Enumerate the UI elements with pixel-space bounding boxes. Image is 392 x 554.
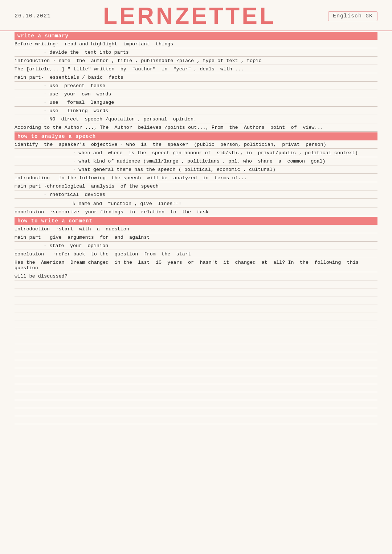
line-24: main part give arguments for and against <box>15 233 377 242</box>
section-header-0: write a summary <box>15 32 377 40</box>
line-text-5: main part· essentials / basic facts <box>15 75 123 80</box>
line-21: conclusion ·summarize your findings in r… <box>15 208 377 216</box>
line-15: · what kind of audience (small/large , p… <box>15 157 377 165</box>
line-text-15: · what kind of audience (small/large , p… <box>73 159 326 164</box>
empty-line-11 <box>15 368 377 376</box>
line-4: The [article,...] " title" written by "a… <box>15 65 377 73</box>
line-text-13: identify the speaker's objective · who i… <box>15 142 326 147</box>
line-text-20: ↳ name and function , give lines!!! <box>73 200 181 206</box>
line-28: will be discussed? <box>15 272 377 280</box>
line-text-28: will be discussed? <box>15 274 68 279</box>
line-text-9: · use linking words <box>44 108 108 114</box>
line-text-17: introduction In the following the speech… <box>15 175 247 181</box>
line-27: Has the American Dream changed in the la… <box>15 258 377 272</box>
line-8: · use formal language <box>15 98 377 107</box>
line-1: Before writing· read and highlight impor… <box>15 40 377 48</box>
line-11: According to the Author ..., The Author … <box>15 123 377 132</box>
date: 26.10.2021 <box>15 13 51 19</box>
line-text-16: · what general theme has the speech ( po… <box>73 167 275 172</box>
empty-line-7 <box>15 336 377 344</box>
line-text-27: Has the American Dream changed in the la… <box>15 260 377 271</box>
line-text-8: · use formal language <box>44 100 114 105</box>
line-18: main part ·chronological analysis of the… <box>15 182 377 190</box>
empty-line-2 <box>15 296 377 304</box>
line-text-24: main part give arguments for and against <box>15 235 150 240</box>
line-26: conclusion ·refer back to the question f… <box>15 250 377 258</box>
line-9: · use linking words <box>15 107 377 115</box>
line-text-3: introduction · name the author , title ,… <box>15 58 262 63</box>
empty-line-9 <box>15 352 377 360</box>
empty-line-13 <box>15 384 377 392</box>
line-text-10: · NO direct speech /quotation , personal… <box>44 116 196 122</box>
line-16: · what general theme has the speech ( po… <box>15 165 377 174</box>
empty-line-0 <box>15 280 377 288</box>
line-14: · when and where is the speech (in honou… <box>15 149 377 157</box>
title: LERNZETTEL <box>103 3 276 29</box>
line-text-14: · when and where is the speech (in honou… <box>73 150 358 156</box>
line-text-2: · devide the text into parts <box>44 50 129 55</box>
line-text-1: Before writing· read and highlight impor… <box>15 41 173 47</box>
line-5: main part· essentials / basic facts <box>15 73 377 82</box>
empty-line-8 <box>15 344 377 352</box>
line-17: introduction In the following the speech… <box>15 174 377 182</box>
line-text-23: introduction ·start with a question <box>15 226 129 232</box>
empty-line-17 <box>15 416 377 424</box>
line-6: · use present tense <box>15 82 377 90</box>
line-13: identify the speaker's objective · who i… <box>15 140 377 149</box>
line-text-25: · state your opinion <box>44 243 108 249</box>
line-7: · use your own words <box>15 90 377 98</box>
empty-line-1 <box>15 288 377 296</box>
empty-line-5 <box>15 320 377 328</box>
line-text-19: · rhetorical devices <box>44 192 105 197</box>
line-19: · rhetorical devices <box>15 190 377 199</box>
line-text-4: The [article,...] " title" written by "a… <box>15 66 244 72</box>
line-text-6: · use present tense <box>44 83 105 89</box>
line-3: introduction · name the author , title ,… <box>15 57 377 65</box>
line-text-11: According to the Author ..., The Author … <box>15 125 323 130</box>
content: write a summaryBefore writing· read and … <box>0 32 392 424</box>
section-header-12: How to analyse a speech <box>15 132 377 140</box>
line-23: introduction ·start with a question <box>15 225 377 233</box>
empty-line-10 <box>15 360 377 368</box>
section-header-22: how to write a comment <box>15 217 377 225</box>
line-text-7: · use your own words <box>44 91 111 97</box>
line-text-26: conclusion ·refer back to the question f… <box>15 251 191 257</box>
line-10: · NO direct speech /quotation , personal… <box>15 115 377 123</box>
empty-line-6 <box>15 328 377 336</box>
empty-line-3 <box>15 304 377 312</box>
page: 26.10.2021 LERNZETTEL Englisch GK write … <box>0 0 392 554</box>
line-25: · state your opinion <box>15 242 377 250</box>
empty-line-14 <box>15 392 377 400</box>
empty-line-12 <box>15 376 377 384</box>
line-text-21: conclusion ·summarize your findings in r… <box>15 209 209 215</box>
line-text-18: main part ·chronological analysis of the… <box>15 184 159 189</box>
subject: Englisch GK <box>328 11 377 21</box>
empty-line-16 <box>15 408 377 416</box>
empty-line-15 <box>15 400 377 408</box>
header: 26.10.2021 LERNZETTEL Englisch GK <box>0 0 392 31</box>
empty-line-4 <box>15 312 377 320</box>
line-20: ↳ name and function , give lines!!! <box>15 199 377 208</box>
line-2: · devide the text into parts <box>15 48 377 57</box>
